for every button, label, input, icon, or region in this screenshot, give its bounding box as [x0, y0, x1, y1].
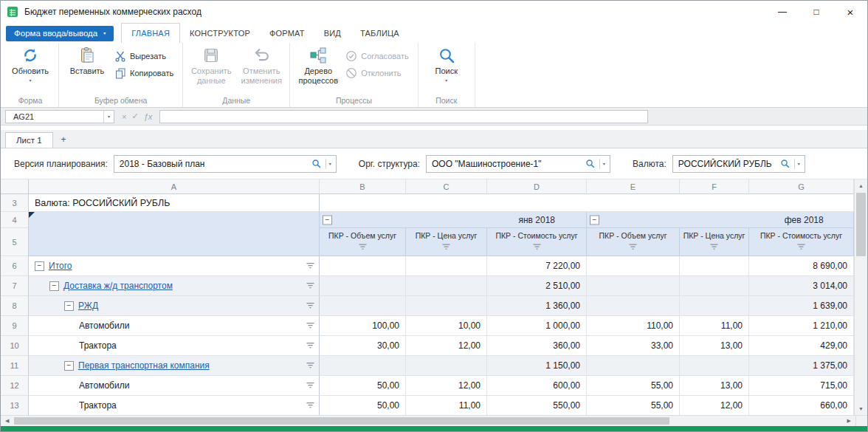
data-cell[interactable]: 429,00	[749, 336, 854, 356]
row-label-cell[interactable]: −Доставка ж/д транспортом	[29, 276, 320, 296]
measure-header[interactable]: ПКР - Стоимость услуг	[749, 228, 854, 256]
row-label-cell[interactable]: −РЖД	[29, 296, 320, 316]
data-cell[interactable]	[680, 256, 749, 276]
data-cell[interactable]: 1 375,00	[749, 356, 854, 376]
column-header-E[interactable]: E	[587, 179, 680, 194]
horizontal-scrollbar[interactable]: ◀ ▶	[1, 415, 867, 426]
refresh-button[interactable]: Обновить ▾	[6, 44, 55, 83]
cancel-entry-icon[interactable]: ×	[122, 112, 126, 121]
row-header-9[interactable]: 9	[1, 316, 29, 336]
month-header-0[interactable]: −янв 2018	[320, 212, 587, 228]
approve-button[interactable]: Согласовать	[344, 49, 413, 64]
maximize-button[interactable]: □	[799, 1, 833, 23]
minimize-button[interactable]: —	[765, 1, 799, 23]
collapse-row-button[interactable]: −	[35, 261, 44, 271]
row-filter-icon[interactable]	[306, 363, 314, 369]
row-filter-icon[interactable]	[306, 303, 314, 309]
scroll-left-icon[interactable]: ◀	[1, 418, 13, 424]
data-cell[interactable]: 10,00	[406, 316, 487, 336]
column-header-C[interactable]: C	[406, 179, 487, 194]
row-label-cell[interactable]: Трактора	[29, 396, 320, 415]
close-button[interactable]: ×	[833, 1, 867, 23]
data-cell[interactable]: 3 014,00	[749, 276, 854, 296]
ribbon-tab-3[interactable]: ВИД	[314, 23, 351, 43]
row-label[interactable]: РЖД	[78, 301, 98, 311]
file-menu-button[interactable]: Форма ввода/вывода ▾	[6, 26, 114, 41]
data-cell[interactable]	[406, 276, 487, 296]
column-header-A[interactable]: A	[29, 179, 320, 194]
reject-button[interactable]: Отклонить	[344, 66, 413, 80]
cut-button[interactable]: Вырезать	[113, 49, 179, 64]
data-cell[interactable]: 1 360,00	[487, 296, 587, 316]
row-filter-icon[interactable]	[306, 263, 314, 270]
header-filter-icon[interactable]	[629, 242, 637, 253]
row-label[interactable]: Доставка ж/д транспортом	[63, 281, 173, 291]
measure-header[interactable]: ПКР - Объем услуг	[320, 228, 406, 256]
row-header-8[interactable]: 8	[1, 296, 29, 316]
grid-corner[interactable]	[1, 179, 29, 194]
row-label-cell[interactable]: −Итого	[29, 256, 320, 276]
row-header-3[interactable]: 3	[1, 194, 29, 212]
row-label-cell[interactable]: Автомобили	[29, 316, 320, 336]
column-header-D[interactable]: D	[487, 179, 587, 194]
merged-header-cell[interactable]	[29, 212, 320, 256]
header-filter-icon[interactable]	[797, 242, 805, 253]
search-icon[interactable]	[585, 159, 595, 168]
data-cell[interactable]: 55,00	[587, 396, 680, 415]
data-cell[interactable]: 7 220,00	[487, 256, 587, 276]
data-cell[interactable]: 50,00	[320, 376, 406, 396]
data-cell[interactable]	[680, 356, 749, 376]
scroll-up-icon[interactable]: ▲	[858, 179, 864, 192]
chevron-down-icon[interactable]: ▾	[329, 161, 336, 166]
save-data-button[interactable]: Сохранить данные	[187, 44, 235, 86]
data-cell[interactable]: 550,00	[487, 396, 587, 415]
data-cell[interactable]	[680, 296, 749, 316]
data-cell[interactable]: 12,00	[406, 376, 487, 396]
row-filter-icon[interactable]	[306, 283, 314, 289]
data-cell[interactable]: 360,00	[487, 336, 587, 356]
data-cell[interactable]: 11,00	[406, 396, 487, 415]
measure-header[interactable]: ПКР - Стоимость услуг	[487, 228, 587, 256]
row-header-11[interactable]: 11	[1, 356, 29, 376]
data-cell[interactable]	[587, 256, 680, 276]
ribbon-tab-2[interactable]: ФОРМАТ	[260, 23, 314, 43]
ribbon-tab-1[interactable]: КОНСТРУКТОР	[180, 23, 260, 43]
data-cell[interactable]: 1 000,00	[487, 316, 587, 336]
row-header-7[interactable]: 7	[1, 276, 29, 296]
collapse-month-button[interactable]: −	[590, 215, 599, 224]
data-cell[interactable]: 715,00	[749, 376, 854, 396]
collapse-row-button[interactable]: −	[64, 361, 74, 371]
cell-name-box[interactable]: AG21 ▾	[5, 110, 114, 123]
add-sheet-button[interactable]: +	[55, 131, 73, 148]
data-cell[interactable]: 30,00	[320, 336, 406, 356]
data-cell[interactable]: 13,00	[680, 376, 749, 396]
collapse-row-button[interactable]: −	[49, 281, 59, 291]
undo-changes-button[interactable]: Отменить изменения	[237, 44, 286, 86]
row-header-5[interactable]: 5	[1, 228, 29, 256]
data-cell[interactable]: 110,00	[587, 316, 680, 336]
confirm-entry-icon[interactable]: ✓	[131, 112, 138, 121]
data-cell[interactable]	[587, 296, 680, 316]
row-filter-icon[interactable]	[306, 383, 314, 389]
column-header-G[interactable]: G	[749, 179, 854, 194]
data-cell[interactable]: 600,00	[487, 376, 587, 396]
column-header-F[interactable]: F	[680, 179, 749, 194]
data-cell[interactable]	[406, 296, 487, 316]
header-filter-icon[interactable]	[710, 242, 718, 253]
data-cell[interactable]	[320, 276, 406, 296]
ribbon-tab-0[interactable]: ГЛАВНАЯ	[121, 23, 180, 43]
row-label-cell[interactable]: Автомобили	[29, 376, 320, 396]
data-cell[interactable]: 8 690,00	[749, 256, 854, 276]
scroll-down-icon[interactable]: ▼	[858, 402, 864, 415]
data-cell[interactable]: 13,00	[680, 336, 749, 356]
formula-input[interactable]	[159, 110, 648, 123]
row-label-cell[interactable]: −Первая транспортная компания	[29, 356, 320, 376]
header-filter-icon[interactable]	[442, 242, 450, 253]
sheet-tab-list1[interactable]: Лист 1	[5, 132, 53, 148]
collapse-month-button[interactable]: −	[323, 215, 332, 224]
vertical-scrollbar[interactable]: ▲ ▼	[854, 179, 867, 415]
data-cell[interactable]: 1 210,00	[749, 316, 854, 336]
currency-select[interactable]: РОССИЙСКИЙ РУБЛЬ ▾	[672, 155, 805, 173]
data-cell[interactable]: 2 510,00	[487, 276, 587, 296]
row-header-13[interactable]: 13	[1, 396, 29, 415]
